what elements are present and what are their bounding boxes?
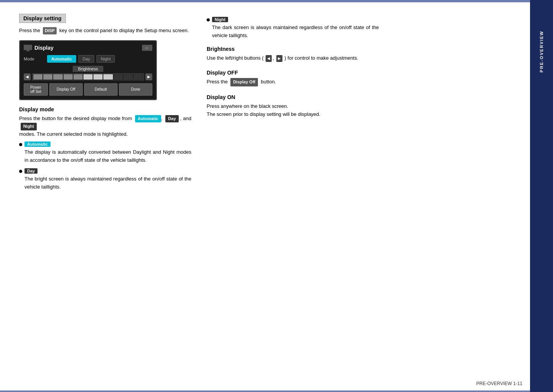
mockup-title: Display xyxy=(24,45,54,51)
back-button[interactable]: ← xyxy=(142,45,152,51)
disp-badge: DISP xyxy=(43,27,57,35)
day-bullet-badge: Day xyxy=(24,168,38,174)
seg-11 xyxy=(134,74,143,80)
display-off-heading: Display OFF xyxy=(207,70,379,76)
display-icon xyxy=(24,45,32,51)
svg-rect-0 xyxy=(24,45,32,50)
dm-text1: Press the button for the desired display… xyxy=(19,115,132,121)
intro-paragraph: Press the DISP key on the control panel … xyxy=(19,27,191,35)
brightness-bar xyxy=(32,73,144,80)
sidebar-label: PRE-OVERVIEW xyxy=(539,31,544,72)
day-badge: Day xyxy=(165,115,178,123)
power-off-set-button[interactable]: Poweroff Set xyxy=(24,83,48,96)
brightness-left-arrow[interactable]: ◀ xyxy=(24,73,31,80)
display-on-heading: Display ON xyxy=(207,94,379,100)
automatic-badge: Automatic xyxy=(135,115,161,123)
svg-rect-1 xyxy=(27,50,29,51)
seg-5 xyxy=(73,74,83,80)
day-mode-button[interactable]: Day xyxy=(78,55,95,63)
night-badge-inline: Night xyxy=(21,123,37,130)
display-off-text2: button. xyxy=(261,79,276,85)
done-button[interactable]: Done xyxy=(119,83,152,96)
main-content: Display setting Press the DISP key on th… xyxy=(0,2,530,392)
brightness-right-arrow[interactable]: ▶ xyxy=(145,73,152,80)
day-desc: The bright screen is always maintained r… xyxy=(24,175,191,191)
night-mode-button[interactable]: Night xyxy=(96,55,115,63)
display-off-badge: Display Off xyxy=(230,78,258,86)
night-desc: The dark screen is always maintained reg… xyxy=(212,24,379,40)
intro-text-1: Press the xyxy=(19,28,40,33)
left-column: Display setting Press the DISP key on th… xyxy=(19,14,191,381)
brightness-heading: Brightness xyxy=(207,46,379,52)
mode-label: Mode xyxy=(24,57,45,61)
footer-text: PRE-OVERVIEW 1-11 xyxy=(476,381,522,386)
bullet-day-row: Day xyxy=(19,168,191,174)
brightness-bar-row: ◀ xyxy=(24,73,152,80)
brightness-text1: Use the left/right buttons ( xyxy=(207,55,264,61)
night-bullet-badge: Night xyxy=(212,17,228,22)
default-button[interactable]: Default xyxy=(84,83,117,96)
bullet-night-row: Night xyxy=(207,17,379,22)
bottom-border xyxy=(0,390,530,392)
seg-8 xyxy=(103,74,113,80)
right-column: Night The dark screen is always maintain… xyxy=(207,14,379,381)
mockup-bottom-buttons: Poweroff Set Display Off Default Done xyxy=(24,83,152,96)
brightness-label: Brightness xyxy=(73,66,103,72)
display-off-button[interactable]: Display Off xyxy=(49,83,83,96)
display-on-text2: The screen prior to display setting will… xyxy=(207,111,379,119)
display-mode-heading: Display mode xyxy=(19,106,191,112)
display-mockup: Display ← Mode Automatic Day Night Brigh… xyxy=(19,40,157,100)
brightness-section: Brightness ◀ xyxy=(24,66,152,80)
seg-10 xyxy=(124,74,133,80)
bullet-automatic-row: Automatic xyxy=(19,142,191,147)
seg-7 xyxy=(93,74,103,80)
brightness-left-icon: ◀ xyxy=(266,55,272,62)
bullet-dot-automatic xyxy=(19,143,22,146)
brightness-text2: ) for control to make adjustments. xyxy=(284,55,358,61)
svg-rect-2 xyxy=(26,51,30,51)
display-off-text: Press the Display Off button. xyxy=(207,78,379,86)
seg-9 xyxy=(114,74,123,80)
mockup-display-label: Display xyxy=(34,45,54,51)
seg-4 xyxy=(64,74,73,80)
sidebar: PRE-OVERVIEW xyxy=(530,0,553,392)
dm-text2: modes. The current selected mode is high… xyxy=(19,131,128,137)
bullet-dot-night xyxy=(207,18,210,21)
bullet-dot-day xyxy=(19,170,22,173)
display-off-text1: Press the xyxy=(207,79,228,85)
display-on-text1: Press anywhere on the black screen. xyxy=(207,102,379,111)
automatic-desc: The display is automatically converted b… xyxy=(24,148,191,164)
display-mode-text: Press the button for the desired display… xyxy=(19,115,191,138)
mode-row: Mode Automatic Day Night xyxy=(24,55,152,63)
intro-text-2: key on the control panel to display the … xyxy=(59,28,189,33)
seg-2 xyxy=(43,74,52,80)
seg-3 xyxy=(53,74,62,80)
brightness-desc: Use the left/right buttons ( ◀, ▶ ) for … xyxy=(207,54,379,62)
footer: PRE-OVERVIEW 1-11 xyxy=(476,381,522,386)
automatic-bullet-badge: Automatic xyxy=(24,142,51,147)
brightness-right-icon: ▶ xyxy=(276,55,282,62)
section-title: Display setting xyxy=(19,14,66,23)
seg-6 xyxy=(83,74,93,80)
automatic-mode-button[interactable]: Automatic xyxy=(47,55,76,63)
seg-1 xyxy=(33,74,42,80)
